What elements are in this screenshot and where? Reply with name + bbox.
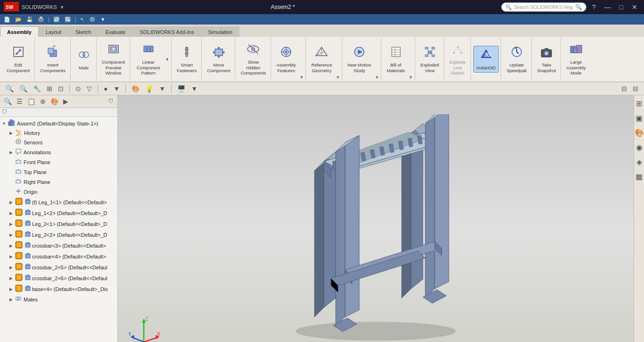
new-btn[interactable]: 📄 (2, 16, 12, 24)
tree-leg2-1[interactable]: ▶ Leg_2<1> (Default<<Default>_D (0, 218, 117, 229)
tree-crossbar4[interactable]: ▶ crossbar<4> (Default<<Default> (0, 251, 117, 262)
tab-solidworks-addins[interactable]: SOLIDWORKS Add-Ins (132, 26, 201, 37)
svg-text:3D: 3D (485, 52, 491, 58)
help-btn[interactable]: ? (589, 2, 599, 12)
view-lighting-icon[interactable]: 💡 (143, 84, 155, 93)
right-btn-5[interactable]: ◈ (636, 156, 643, 168)
select-btn[interactable]: ↖ (78, 16, 86, 24)
view-color-icon[interactable]: 🎨 (130, 84, 141, 93)
update-speedpak-button[interactable]: UpdateSpeedpak (504, 43, 529, 75)
move-component-button[interactable]: MoveComponent (204, 43, 233, 75)
tab-simulation[interactable]: Simulation (201, 26, 239, 37)
right-btn-2[interactable]: ▣ (635, 112, 644, 125)
minimize-btn[interactable]: — (602, 2, 614, 12)
svg-line-48 (432, 49, 433, 51)
exploded-view-button[interactable]: ExplodedView (418, 43, 442, 75)
print-btn[interactable]: 🖨️ (36, 16, 46, 24)
panel-toggle-right[interactable]: ⊟ (631, 84, 640, 93)
tree-top-plane[interactable]: Top Plane (0, 167, 117, 177)
options-btn[interactable]: ⚙️ (87, 16, 98, 24)
save-btn[interactable]: 💾 (25, 16, 35, 24)
tree-right-plane[interactable]: Right Plane (0, 177, 117, 187)
tab-sketch[interactable]: Sketch (68, 26, 99, 37)
tree-leg2-2[interactable]: ▶ Leg_2<2> (Default<<Default>_D (0, 229, 117, 240)
tree-crossbar2-5[interactable]: ▶ crossbar_2<5> (Default<<Defaul (0, 262, 117, 273)
sidebar-add-icon[interactable]: ⊕ (38, 97, 48, 106)
view-appearance-icon[interactable]: ▼ (157, 84, 167, 93)
smart-fasteners-button[interactable]: SmartFasteners (174, 43, 199, 75)
new-motion-study-button[interactable]: New MotionStudy (345, 43, 374, 75)
redo-btn[interactable]: ↪️ (63, 16, 73, 24)
explode-line-sketch-button[interactable]: ExplodeLineSketch (446, 41, 468, 77)
open-btn[interactable]: 📂 (13, 16, 24, 24)
tree-history[interactable]: ▶ 📜 History (0, 129, 117, 137)
bill-of-materials-button[interactable]: Bill ofMaterials (384, 43, 408, 75)
tree-crossbar3[interactable]: ▶ crossbar<3> (Default<<Default> (0, 240, 117, 251)
right-btn-6[interactable]: ▦ (635, 170, 644, 183)
view-zoom-icon[interactable]: 🔍 (17, 84, 29, 93)
view-scene-icon[interactable]: 🖥️ (175, 84, 187, 93)
mate-button[interactable]: Mate (73, 46, 94, 72)
view-edges-icon[interactable]: ▼ (111, 84, 122, 93)
panel-toggle-left[interactable]: ⊟ (619, 84, 629, 93)
view-separator-3 (125, 84, 126, 93)
take-snapshot-button[interactable]: TakeSnapshot (534, 43, 559, 75)
right-btn-4[interactable]: ◉ (635, 141, 644, 154)
large-assembly-mode-button[interactable]: LargeAssemblyMode (563, 41, 588, 77)
sidebar-list-icon[interactable]: ☰ (15, 97, 25, 106)
insert-components-button[interactable]: + InsertComponents (37, 43, 68, 75)
tree-leg1-2[interactable]: ▶ Leg_1<2> (Default<<Default>_D (0, 208, 117, 218)
tab-assembly[interactable]: Assembly (0, 26, 39, 37)
tree-crossbar2-6[interactable]: ▶ crossbar_2<6> (Default<<Defaul (0, 273, 117, 284)
show-hidden-button[interactable]: ShowHiddenComponents (238, 41, 269, 77)
edit-component-button[interactable]: EditComponent (4, 43, 33, 75)
close-btn[interactable]: ✕ (629, 2, 640, 12)
quick-access-arrow[interactable]: ▼ (60, 5, 65, 10)
tree-annotations[interactable]: ▶ Annotations (0, 147, 117, 157)
tree-root[interactable]: ▼ Assem2 (Default<Display State-1>) (0, 118, 117, 129)
sidebar-expand-icon[interactable]: ▶ (61, 97, 70, 106)
view-scene-arrow[interactable]: ▼ (189, 84, 199, 93)
view-orient-icon[interactable]: ⊙ (74, 84, 83, 93)
sidebar-color-icon[interactable]: 🎨 (49, 97, 60, 106)
options-arrow[interactable]: ▼ (99, 16, 107, 23)
tree-front-plane[interactable]: Front Plane (0, 157, 117, 167)
sidebar-table-icon[interactable]: 📋 (25, 97, 37, 106)
component-preview-button[interactable]: ComponentPreviewWindow (99, 41, 128, 77)
sidebar-filter-toggle[interactable]: ⛉ (107, 98, 116, 105)
search-zoom-icon: 🔍 (575, 4, 582, 10)
right-btn-1[interactable]: ⊞ (635, 97, 643, 110)
view-display2-icon[interactable]: ⊡ (56, 84, 66, 93)
tree-base4[interactable]: ▶ base<4> (Default<<Default>_Dis (0, 284, 117, 294)
motion-arrow[interactable]: ▼ (375, 75, 379, 80)
maximize-btn[interactable]: □ (617, 2, 626, 12)
view-section-icon[interactable]: ▽ (85, 84, 94, 93)
right-btn-3[interactable]: 🎨 (634, 126, 644, 139)
sidebar-filter-icon[interactable]: 🔍 (2, 97, 14, 106)
undo-btn[interactable]: ↩️ (51, 16, 62, 24)
reference-geometry-label: ReferenceGeometry (311, 62, 332, 73)
take-snapshot-label: TakeSnapshot (537, 62, 556, 73)
tab-evaluate[interactable]: Evaluate (99, 26, 133, 37)
view-shading-icon[interactable]: ● (102, 84, 109, 93)
linear-pattern-button[interactable]: Linear ComponentPattern (132, 41, 164, 77)
tree-origin[interactable]: Origin (0, 187, 117, 197)
bom-arrow[interactable]: ▼ (409, 75, 413, 80)
tab-layout[interactable]: Layout (39, 26, 68, 37)
search-bar[interactable]: 🔍 Search SOLIDWORKS Help 🔍 (501, 2, 586, 12)
viewport[interactable]: Z X Y *Isometric (118, 95, 634, 342)
ref-geometry-arrow[interactable]: ▼ (336, 75, 340, 80)
pattern-btn-group: Linear ComponentPattern ▼ (132, 39, 169, 80)
instant3d-button[interactable]: 3D Instant3D (473, 46, 499, 73)
view-display1-icon[interactable]: ⊞ (45, 84, 54, 93)
pattern-dropdown-arrow[interactable]: ▼ (165, 57, 169, 62)
filter-funnel-icon: ⛉ (2, 109, 8, 116)
tree-sensors[interactable]: Sensors (0, 137, 117, 147)
view-search-icon[interactable]: 🔍 (4, 84, 16, 93)
assembly-features-arrow[interactable]: ▼ (299, 75, 304, 80)
reference-geometry-button[interactable]: ReferenceGeometry (308, 43, 335, 75)
view-filter-icon[interactable]: 🔧 (31, 84, 43, 93)
tree-mates[interactable]: ▶ Mates (0, 294, 117, 304)
assembly-features-button[interactable]: AssemblyFeatures (273, 43, 298, 75)
tree-leg1-1[interactable]: ▶ (f) Leg_1<1> (Default<<Default> (0, 197, 117, 208)
